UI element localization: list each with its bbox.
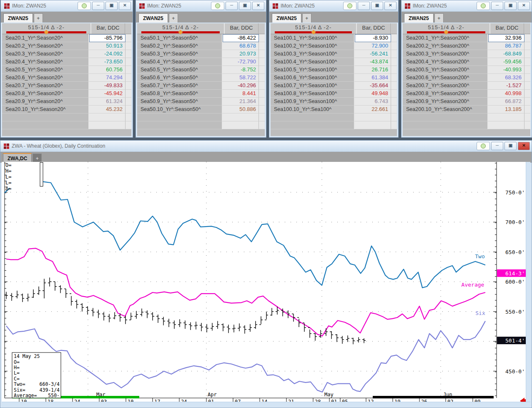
table-row[interactable]: Sea50.3_Yr^:Season50^20.973 <box>137 50 265 58</box>
row-value-cell[interactable]: 60.756 <box>89 66 125 74</box>
table-row[interactable]: Sea20.5_Yr^:Season20^60.756 <box>2 66 131 74</box>
maximize-button[interactable]: ▣ <box>105 2 118 10</box>
row-value-cell[interactable]: -40.993 <box>488 66 524 74</box>
column-header[interactable]: Bar, DDC <box>91 23 125 34</box>
table-row[interactable]: Sea50.7_Yr^:Season50^-40.296 <box>137 82 265 90</box>
row-value-cell[interactable]: -85.796 <box>89 34 125 42</box>
status-light-button[interactable] <box>211 2 224 10</box>
row-value-cell[interactable]: 61.384 <box>355 74 391 82</box>
status-light-button[interactable] <box>477 142 490 150</box>
row-value-cell[interactable]: 21.364 <box>223 98 259 106</box>
minimize-button[interactable]: ─ <box>358 2 370 10</box>
close-button[interactable]: ✕ <box>119 2 131 10</box>
quote-header[interactable]: 515-1/4 Δ -2- <box>2 23 91 34</box>
table-row[interactable]: Sea20.4_Yr^:Season20^-73.650 <box>2 58 131 66</box>
table-row[interactable]: Sea50.4_Yr^:Season50^-72.790 <box>137 58 265 66</box>
table-row[interactable]: Sea200.2_Yr^:Season200^86.787 <box>403 42 530 50</box>
table-row[interactable]: Sea100.7_Yr^:Season100^-35.664 <box>271 82 397 90</box>
add-tab-button[interactable]: + <box>302 13 311 23</box>
status-light-button[interactable] <box>78 2 91 10</box>
row-value-cell[interactable]: -8.930 <box>355 34 391 42</box>
table-row[interactable]: Sea100.8_Yr^:Season100^49.948 <box>271 90 397 98</box>
row-value-cell[interactable]: 61.324 <box>89 98 125 106</box>
table-row[interactable]: Sea200.1_Yr^:Season200^32.936 <box>403 34 530 42</box>
table-row[interactable]: Sea50.6_Yr^:Season50^58.722 <box>137 74 265 82</box>
table-row[interactable]: Sea100.2_Yr^:Season100^72.900 <box>271 42 397 50</box>
row-value-cell[interactable]: 74.294 <box>89 74 125 82</box>
row-value-cell[interactable]: 6.743 <box>355 98 391 106</box>
row-value-cell[interactable]: -40.296 <box>223 82 259 90</box>
table-row[interactable]: Sea100.4_Yr^:Season100^-43.874 <box>271 58 397 66</box>
chart-plot-area[interactable]: 10182403101724010714212801051219260209Ma… <box>2 162 527 404</box>
horizontal-scrollbar[interactable] <box>2 402 530 406</box>
minimize-button[interactable]: ─ <box>92 2 104 10</box>
table-row[interactable]: Sea50.5_Yr^:Season50^-8.752 <box>137 66 265 74</box>
table-row[interactable]: Sea200.5_Yr^:Season200^-40.993 <box>403 66 530 74</box>
status-light-button[interactable] <box>477 2 490 10</box>
row-value-cell[interactable]: 68.326 <box>488 74 524 82</box>
add-tab-button[interactable]: + <box>33 154 42 163</box>
tab-symbol[interactable]: ZWAN25 <box>3 13 33 23</box>
row-value-cell[interactable]: 50.913 <box>89 42 125 50</box>
close-button[interactable]: ✕ <box>384 2 396 10</box>
minimize-button[interactable]: ─ <box>491 2 503 10</box>
row-value-cell[interactable]: 40.998 <box>488 90 524 98</box>
row-value-cell[interactable]: -86.422 <box>223 34 259 42</box>
row-value-cell[interactable]: -24.092 <box>89 50 125 58</box>
tab-symbol[interactable]: ZWAN25 <box>404 13 434 23</box>
table-row[interactable]: Sea200.8_Yr^:Season200^40.998 <box>403 90 530 98</box>
row-value-cell[interactable]: 68.678 <box>223 42 259 50</box>
close-button[interactable]: ✕ <box>518 2 530 10</box>
table-row[interactable]: Sea200.4_Yr^:Season200^-59.456 <box>403 58 530 66</box>
table-row[interactable]: Sea100.1_Yr^:Season100^-8.930 <box>271 34 397 42</box>
window-titlebar[interactable]: IMon: ZWAN25 ─ ▣ ✕ <box>136 0 266 11</box>
row-value-cell[interactable]: 45.232 <box>89 106 125 113</box>
row-value-cell[interactable]: -1.527 <box>488 82 524 90</box>
add-tab-button[interactable]: + <box>434 13 444 23</box>
table-row[interactable]: Sea50.1_Yr^:Season50^-86.422 <box>137 34 265 42</box>
table-row[interactable]: Sea200.6_Yr^:Season200^68.326 <box>403 74 530 82</box>
table-row[interactable]: Sea50.9_Yr^:Season50^21.364 <box>137 98 265 106</box>
close-button[interactable]: ✕ <box>518 142 530 150</box>
maximize-button[interactable]: ▣ <box>504 2 517 10</box>
row-value-cell[interactable]: 86.787 <box>488 42 524 50</box>
table-row[interactable]: Sea20.1_Yr^:Season20^-85.796 <box>2 34 131 42</box>
quote-header[interactable]: 515-1/4 Δ -2- <box>271 23 357 34</box>
column-header[interactable]: Bar, DDC <box>357 23 391 34</box>
window-titlebar[interactable]: IMon: ZWAN25 ─ ▣ ✕ <box>402 0 532 11</box>
table-row[interactable]: Sea200.10_Yr^:Season200^13.185 <box>403 106 530 113</box>
table-row[interactable]: Sea20.2_Yr^:Season20^50.913 <box>2 42 131 50</box>
table-row[interactable]: Sea20.6_Yr^:Season20^74.294 <box>2 74 131 82</box>
table-row[interactable]: Sea20.10_Yr^:Season20^45.232 <box>2 106 131 113</box>
maximize-button[interactable]: ▣ <box>239 2 251 10</box>
tab-chart-symbol[interactable]: ZWA,DC <box>3 153 32 163</box>
add-tab-button[interactable]: + <box>169 13 178 23</box>
table-row[interactable]: Sea200.3_Yr^:Season200^-68.849 <box>403 50 530 58</box>
table-row[interactable]: Sea20.8_Yr^:Season20^-45.942 <box>2 90 131 98</box>
table-row[interactable]: Sea50.2_Yr^:Season50^68.678 <box>137 42 265 50</box>
tab-symbol[interactable]: ZWAN25 <box>272 13 301 23</box>
table-row[interactable]: Sea100.5_Yr^:Season100^26.716 <box>271 66 397 74</box>
window-titlebar[interactable]: IMon: ZWAN25 ─ ▣ ✕ <box>1 0 133 11</box>
row-value-cell[interactable]: 13.185 <box>488 106 524 113</box>
row-value-cell[interactable]: 32.936 <box>488 34 524 42</box>
table-row[interactable]: Sea200.9_Yr^:Season200^66.872 <box>403 98 530 106</box>
row-value-cell[interactable]: 20.973 <box>223 50 259 58</box>
row-value-cell[interactable]: -73.650 <box>89 58 125 66</box>
row-value-cell[interactable]: -35.664 <box>355 82 391 90</box>
row-value-cell[interactable]: -72.790 <box>223 58 259 66</box>
row-value-cell[interactable]: -68.849 <box>488 50 524 58</box>
table-row[interactable]: Sea100.3_Yr^:Season100^-56.241 <box>271 50 397 58</box>
vertical-scrollbar[interactable] <box>526 162 530 404</box>
status-light-button[interactable] <box>343 2 356 10</box>
add-tab-button[interactable]: + <box>34 13 43 23</box>
row-value-cell[interactable]: -43.874 <box>355 58 391 66</box>
window-titlebar[interactable]: IMon: ZWAN25 ─ ▣ ✕ <box>269 0 398 11</box>
row-value-cell[interactable]: 49.948 <box>355 90 391 98</box>
row-value-cell[interactable]: 26.716 <box>355 66 391 74</box>
quote-header[interactable]: 515-1/4 Δ -2- <box>403 23 490 34</box>
table-row[interactable]: Sea100.6_Yr^:Season100^61.384 <box>271 74 397 82</box>
maximize-button[interactable]: ▣ <box>371 2 383 10</box>
table-row[interactable]: Sea20.3_Yr^:Season20^-24.092 <box>2 50 131 58</box>
row-value-cell[interactable]: 50.886 <box>223 106 259 113</box>
